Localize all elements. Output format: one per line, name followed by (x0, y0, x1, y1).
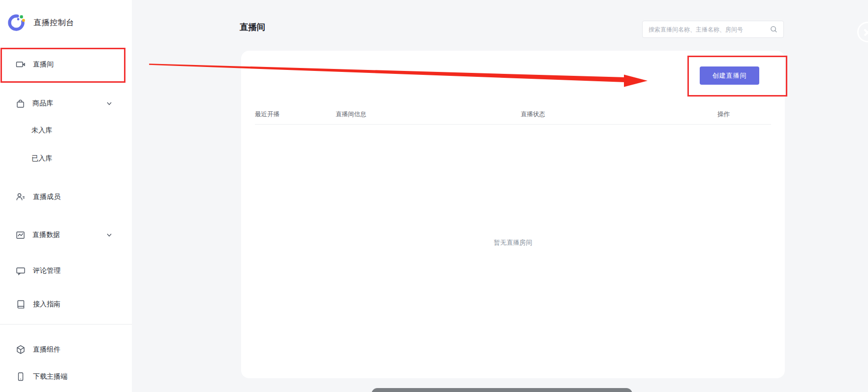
bag-icon (16, 99, 25, 108)
search-box (642, 21, 784, 38)
member-icon (16, 192, 26, 202)
phone-icon (16, 372, 26, 382)
sidebar-item-label: 直播间 (33, 60, 54, 69)
sidebar-item-label: 已入库 (31, 154, 52, 163)
table-header-recent-start: 最近开播 (255, 110, 336, 119)
search-icon[interactable] (770, 26, 777, 33)
sidebar-item-label: 直播组件 (33, 345, 61, 354)
brand: 直播控制台 (6, 13, 74, 33)
sidebar-item-label: 下载主播端 (33, 372, 67, 381)
sidebar-item-product-library[interactable]: 商品库 (0, 94, 132, 113)
table-header-actions: 操作 (717, 110, 730, 119)
sidebar-item-comment-management[interactable]: 评论管理 (0, 261, 132, 281)
comment-icon (16, 266, 26, 276)
sidebar-item-label: 未入库 (31, 126, 52, 135)
table-header-live-status: 直播状态 (521, 110, 717, 119)
sidebar-item-label: 直播数据 (32, 230, 60, 239)
empty-state-text: 暂无直播房间 (494, 238, 532, 247)
table-header-room-info: 直播间信息 (336, 110, 521, 119)
sidebar-item-live-members[interactable]: 直播成员 (0, 187, 132, 207)
sidebar: 直播控制台 直播间 商品库 未入库 已入库 直播成员 (0, 0, 132, 392)
app-logo-icon (6, 13, 26, 33)
chart-icon (16, 230, 25, 240)
sidebar-item-access-guide[interactable]: 接入指南 (0, 294, 132, 314)
guide-icon (16, 299, 26, 309)
sidebar-item-label: 接入指南 (33, 300, 61, 309)
toast-peek (372, 388, 632, 392)
sidebar-item-label: 商品库 (32, 99, 53, 108)
chevron-down-icon (106, 100, 112, 106)
sidebar-item-live-room[interactable]: 直播间 (0, 55, 132, 74)
sidebar-item-in-stock[interactable]: 已入库 (0, 149, 132, 168)
sidebar-item-label: 评论管理 (33, 266, 61, 275)
sidebar-item-download-anchor-client[interactable]: 下载主播端 (0, 367, 132, 387)
table-header-row: 最近开播 直播间信息 直播状态 操作 (241, 103, 785, 126)
create-live-room-button[interactable]: 创建直播间 (700, 66, 759, 85)
live-room-card: 创建直播间 最近开播 直播间信息 直播状态 操作 暂无直播房间 (241, 51, 785, 378)
sidebar-item-live-components[interactable]: 直播组件 (0, 340, 132, 359)
close-floating-button[interactable] (857, 22, 868, 42)
sidebar-item-not-in-stock[interactable]: 未入库 (0, 121, 132, 140)
camera-icon (16, 60, 26, 69)
sidebar-divider (0, 324, 132, 325)
search-input[interactable] (649, 26, 770, 33)
empty-state: 暂无直播房间 (241, 125, 785, 361)
sidebar-item-live-data[interactable]: 直播数据 (0, 225, 132, 245)
chevron-down-icon (106, 232, 112, 238)
page-title: 直播间 (240, 21, 266, 33)
app-title: 直播控制台 (33, 18, 74, 28)
cube-icon (16, 345, 26, 355)
sidebar-item-label: 直播成员 (33, 193, 61, 201)
